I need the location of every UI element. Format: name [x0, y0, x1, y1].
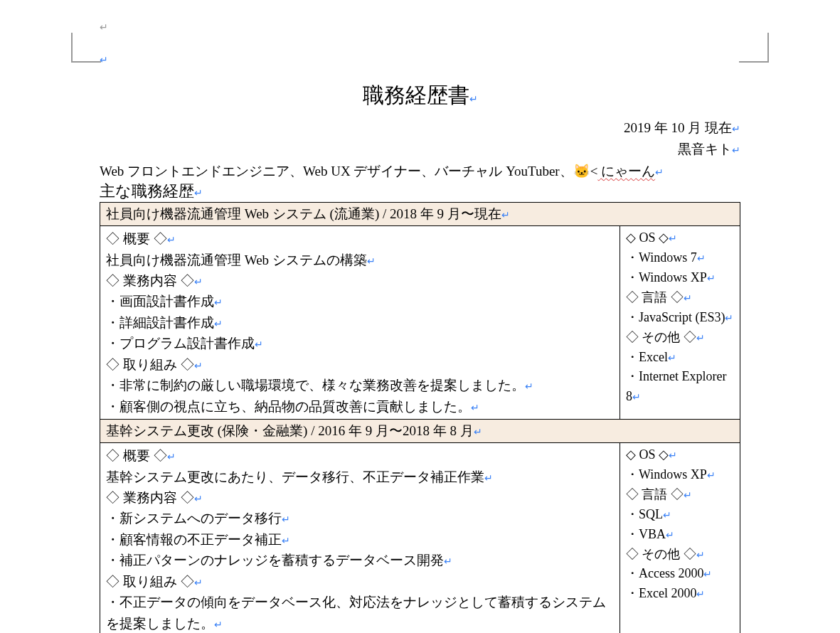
job2-right-cell: ◇ OS ◇↵ ・Windows XP↵ ◇ 言語 ◇↵ ・SQL↵ ・VBA↵… — [620, 443, 740, 633]
paragraph-mark-icon: ↵ — [707, 469, 716, 481]
intro-wavy: にゃーん — [597, 164, 655, 179]
job2-h-os: ◇ OS ◇ — [626, 447, 669, 462]
job1-lang1: ・JavaScript (ES3) — [626, 310, 725, 324]
job2-duty3: ・補正パターンのナレッジを蓄積するデータベース開発 — [106, 553, 444, 568]
paragraph-mark-icon: ↵ — [194, 360, 203, 371]
page-corner-top-left — [71, 33, 101, 63]
job1-os2: ・Windows XP — [626, 270, 707, 284]
paragraph-mark-icon: ↵ — [255, 339, 263, 350]
intro-prefix: Web フロントエンドエンジニア、Web UX デザイナー、バーチャル YouT… — [100, 164, 573, 179]
paragraph-mark-icon: ↵ — [194, 577, 203, 588]
meta-date: 2019 年 10 月 現在 — [624, 120, 732, 135]
paragraph-mark-icon: ↵ — [684, 489, 692, 501]
paragraph-mark-icon: ↵ — [214, 318, 223, 329]
intro-line: Web フロントエンドエンジニア、Web UX デザイナー、バーチャル YouT… — [100, 161, 740, 182]
paragraph-mark-icon: ↵ — [167, 451, 176, 462]
paragraph-mark-icon: ↵ — [655, 166, 664, 178]
job2-lang1: ・SQL — [626, 507, 663, 521]
page-corner-top-right — [739, 33, 769, 63]
job1-header-text: 社員向け機器流通管理 Web システム (流通業) / 2018 年 9 月〜現… — [106, 206, 501, 221]
paragraph-mark-icon: ↵ — [668, 352, 676, 363]
job1-overview: 社員向け機器流通管理 Web システムの構築 — [106, 252, 367, 267]
job1-other2: ・Internet Explorer 8 — [626, 369, 726, 403]
job1-h-other: ◇ その他 ◇ — [626, 330, 696, 344]
job1-h-lang: ◇ 言語 ◇ — [626, 290, 684, 304]
job1-left-cell: ◇ 概要 ◇↵ 社員向け機器流通管理 Web システムの構築↵ ◇ 業務内容 ◇… — [100, 226, 620, 420]
job2-other1: ・Access 2000 — [626, 566, 703, 580]
job1-h-effort: ◇ 取り組み ◇ — [106, 357, 194, 372]
job1-duty3: ・プログラム設計書作成 — [106, 336, 255, 351]
job2-other2: ・Excel 2000 — [626, 586, 696, 600]
job2-os1: ・Windows XP — [626, 467, 707, 482]
job1-h-duties: ◇ 業務内容 ◇ — [106, 273, 194, 288]
job1-os1: ・Windows 7 — [626, 250, 697, 265]
paragraph-mark-icon: ↵ — [732, 144, 740, 156]
paragraph-mark-icon: ↵ — [469, 93, 478, 105]
paragraph-mark-icon: ↵ — [696, 549, 705, 560]
paragraph-mark-icon: ↵ — [725, 312, 733, 324]
paragraph-mark-icon: ↵ — [474, 426, 482, 437]
paragraph-mark-icon: ↵ — [214, 297, 223, 308]
job1-h-os: ◇ OS ◇ — [626, 230, 669, 245]
paragraph-mark-icon: ↵ — [194, 493, 203, 504]
job2-body-row: ◇ 概要 ◇↵ 基幹システム更改にあたり、データ移行、不正データ補正作業↵ ◇ … — [100, 443, 740, 633]
paragraph-mark-icon: ↵ — [703, 568, 712, 580]
job2-header-text: 基幹システム更改 (保険・金融業) / 2016 年 9 月〜2018 年 8 … — [106, 423, 474, 438]
paragraph-mark-icon: ↵ — [666, 529, 674, 541]
job1-header-row: 社員向け機器流通管理 Web システム (流通業) / 2018 年 9 月〜現… — [100, 203, 740, 226]
paragraph-mark-icon: ↵ — [100, 54, 108, 65]
intro-lt: < — [590, 164, 598, 179]
section-heading: 主な職務経歴↵ — [100, 181, 740, 202]
job1-effort1: ・非常に制約の厳しい職場環境で、様々な業務改善を提案しました。 — [106, 378, 525, 393]
job2-header-row: 基幹システム更改 (保険・金融業) / 2016 年 9 月〜2018 年 8 … — [100, 420, 740, 443]
paragraph-mark-icon: ↵ — [697, 252, 706, 264]
paragraph-mark-icon: ↵ — [214, 619, 223, 630]
job1-header-cell: 社員向け機器流通管理 Web システム (流通業) / 2018 年 9 月〜現… — [100, 203, 740, 226]
cat-icon: 🐱 — [573, 164, 590, 179]
header-area: ↵ ↵ — [100, 14, 740, 64]
paragraph-mark-icon: ↵ — [501, 209, 510, 220]
paragraph-mark-icon: ↵ — [282, 514, 290, 525]
paragraph-mark-icon: ↵ — [167, 234, 176, 245]
job1-effort2: ・顧客側の視点に立ち、納品物の品質改善に貢献しました。 — [106, 399, 471, 414]
paragraph-mark-icon: ↵ — [444, 555, 452, 567]
paragraph-mark-icon: ↵ — [194, 187, 203, 198]
paragraph-mark-icon: ↵ — [669, 450, 677, 461]
job2-effort1: ・不正データの傾向をデータベース化、対応法をナレッジとして蓄積するシステムを提案… — [106, 595, 606, 630]
paragraph-mark-icon: ↵ — [367, 255, 376, 267]
document-meta: 2019 年 10 月 現在↵ 黒音キト↵ — [100, 117, 740, 161]
paragraph-mark-icon: ↵ — [707, 272, 716, 284]
paragraph-mark-icon: ↵ — [282, 535, 290, 546]
paragraph-mark-icon: ↵ — [663, 509, 671, 521]
job1-h-overview: ◇ 概要 ◇ — [106, 231, 167, 246]
paragraph-mark-icon: ↵ — [696, 588, 705, 600]
paragraph-mark-icon: ↵ — [484, 472, 493, 484]
job2-h-other: ◇ その他 ◇ — [626, 547, 696, 561]
job2-h-effort: ◇ 取り組み ◇ — [106, 574, 194, 589]
job1-other1: ・Excel — [626, 350, 668, 364]
job2-lang2: ・VBA — [626, 527, 666, 541]
paragraph-mark-icon: ↵ — [632, 391, 641, 403]
paragraph-mark-icon: ↵ — [525, 381, 533, 392]
job1-body-row: ◇ 概要 ◇↵ 社員向け機器流通管理 Web システムの構築↵ ◇ 業務内容 ◇… — [100, 226, 740, 420]
job2-header-cell: 基幹システム更改 (保険・金融業) / 2016 年 9 月〜2018 年 8 … — [100, 420, 740, 443]
job2-duty1: ・新システムへのデータ移行 — [106, 511, 282, 526]
section-heading-text: 主な職務経歴 — [100, 182, 194, 200]
job2-h-duties: ◇ 業務内容 ◇ — [106, 490, 194, 505]
document-title: 職務経歴書↵ — [100, 81, 740, 110]
title-text: 職務経歴書 — [363, 83, 469, 107]
document-page: ↵ ↵ 職務経歴書↵ 2019 年 10 月 現在↵ 黒音キト↵ Web フロン… — [0, 0, 840, 633]
paragraph-mark-icon: ↵ — [696, 332, 705, 344]
job2-duty2: ・顧客情報の不正データ補正 — [106, 532, 282, 547]
paragraph-mark-icon: ↵ — [669, 233, 677, 244]
paragraph-mark-icon: ↵ — [100, 21, 108, 33]
job1-duty1: ・画面設計書作成 — [106, 294, 214, 309]
job2-overview: 基幹システム更改にあたり、データ移行、不正データ補正作業 — [106, 469, 484, 484]
paragraph-mark-icon: ↵ — [194, 276, 203, 287]
job2-h-overview: ◇ 概要 ◇ — [106, 448, 167, 463]
paragraph-mark-icon: ↵ — [471, 402, 479, 413]
job1-right-cell: ◇ OS ◇↵ ・Windows 7↵ ・Windows XP↵ ◇ 言語 ◇↵… — [620, 226, 740, 420]
paragraph-mark-icon: ↵ — [684, 292, 692, 304]
meta-name: 黒音キト — [678, 142, 732, 156]
resume-table: 社員向け機器流通管理 Web システム (流通業) / 2018 年 9 月〜現… — [100, 202, 740, 633]
